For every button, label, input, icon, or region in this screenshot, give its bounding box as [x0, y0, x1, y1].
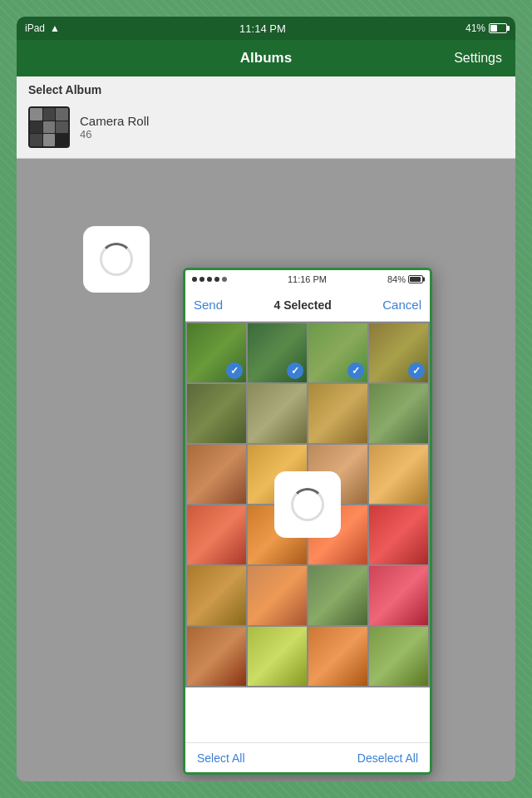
- send-button[interactable]: Send: [194, 298, 223, 312]
- photo-cell-9[interactable]: [187, 445, 246, 504]
- phone-spinner-ring: [291, 488, 324, 521]
- dot-3: [207, 277, 212, 282]
- photo-cell-2[interactable]: ✓: [248, 323, 307, 382]
- thumb-cell-5: [43, 121, 56, 134]
- photo-cell-8[interactable]: [369, 384, 428, 443]
- main-content: Select Album Camera Roll 46: [17, 76, 515, 781]
- dot-5: [222, 277, 227, 282]
- signal-dots: [192, 277, 227, 282]
- album-item[interactable]: Camera Roll 46: [28, 103, 504, 151]
- thumb-cell-6: [56, 121, 68, 134]
- photo-grid-container: ✓ ✓ ✓ ✓: [185, 322, 430, 687]
- main-loading-spinner: [83, 226, 150, 293]
- ipad-status-bar: iPad ▲ 11:14 PM 41%: [17, 17, 515, 40]
- thumb-cell-4: [30, 121, 42, 134]
- photo-cell-16[interactable]: [369, 505, 428, 564]
- nav-bar-inner: Albums Settings: [30, 51, 502, 66]
- photo-cell-12[interactable]: [369, 445, 428, 504]
- settings-button[interactable]: Settings: [454, 51, 502, 66]
- photo-cell-19[interactable]: [308, 566, 367, 625]
- photo-cell-18[interactable]: [248, 566, 307, 625]
- photo-cell-4[interactable]: ✓: [369, 323, 428, 382]
- check-4: ✓: [408, 362, 425, 379]
- phone-overlay: 11:16 PM 84% Send 4 Selected Cancel ✓: [183, 268, 432, 775]
- dot-2: [200, 277, 204, 282]
- battery-percent-label: 41%: [466, 22, 485, 34]
- photo-cell-1[interactable]: ✓: [187, 323, 246, 382]
- photo-cell-3[interactable]: ✓: [308, 323, 367, 382]
- photo-cell-17[interactable]: [187, 566, 246, 625]
- album-section: Select Album Camera Roll 46: [17, 76, 515, 159]
- thumb-cell-8: [43, 134, 56, 146]
- check-1: ✓: [226, 362, 243, 379]
- photo-cell-24[interactable]: [369, 627, 428, 686]
- dot-4: [214, 277, 219, 282]
- deselect-all-button[interactable]: Deselect All: [357, 751, 418, 765]
- cancel-button[interactable]: Cancel: [382, 298, 421, 312]
- photo-cell-20[interactable]: [369, 566, 428, 625]
- check-3: ✓: [347, 362, 364, 379]
- phone-time: 11:16 PM: [288, 274, 327, 284]
- spinner-ring: [100, 243, 133, 276]
- photo-cell-5[interactable]: [187, 384, 246, 443]
- album-name: Camera Roll: [80, 114, 149, 128]
- phone-action-bar: Send 4 Selected Cancel: [185, 288, 430, 322]
- select-all-button[interactable]: Select All: [197, 751, 245, 765]
- photo-cell-23[interactable]: [308, 627, 367, 686]
- phone-bottom-bar: Select All Deselect All: [185, 742, 430, 772]
- dot-1: [192, 277, 197, 282]
- photo-cell-22[interactable]: [248, 627, 307, 686]
- thumb-cell-3: [56, 108, 68, 121]
- photo-cell-7[interactable]: [308, 384, 367, 443]
- phone-battery-fill: [410, 277, 421, 282]
- selected-count-title: 4 Selected: [274, 298, 332, 312]
- phone-battery: 84%: [387, 274, 423, 284]
- ipad-time: 11:14 PM: [239, 22, 286, 35]
- battery-icon: [489, 23, 507, 33]
- thumb-cell-9: [56, 134, 68, 146]
- album-count: 46: [80, 128, 149, 140]
- phone-status-bar: 11:16 PM 84%: [185, 270, 430, 288]
- check-2: ✓: [287, 362, 303, 379]
- ipad-label: iPad: [25, 22, 45, 34]
- photo-cell-6[interactable]: [248, 384, 307, 443]
- battery-fill: [490, 25, 497, 32]
- nav-title: Albums: [240, 50, 292, 66]
- wifi-icon: ▲: [50, 22, 60, 34]
- thumb-cell-1: [30, 108, 42, 121]
- status-left: iPad ▲: [25, 22, 60, 34]
- photo-cell-13[interactable]: [187, 505, 246, 564]
- album-thumbnail: [28, 106, 70, 148]
- thumb-cell-2: [43, 108, 56, 121]
- album-info: Camera Roll 46: [80, 114, 149, 140]
- phone-battery-icon: [408, 275, 423, 283]
- album-section-title: Select Album: [28, 83, 504, 96]
- status-right: 41%: [466, 22, 507, 34]
- phone-loading-spinner: [274, 471, 341, 538]
- phone-battery-percent: 84%: [387, 274, 406, 284]
- thumb-cell-7: [30, 134, 42, 146]
- ipad-frame: iPad ▲ 11:14 PM 41% Albums Settings Sele…: [17, 17, 515, 781]
- nav-bar: Albums Settings: [17, 40, 515, 76]
- photo-cell-21[interactable]: [187, 627, 246, 686]
